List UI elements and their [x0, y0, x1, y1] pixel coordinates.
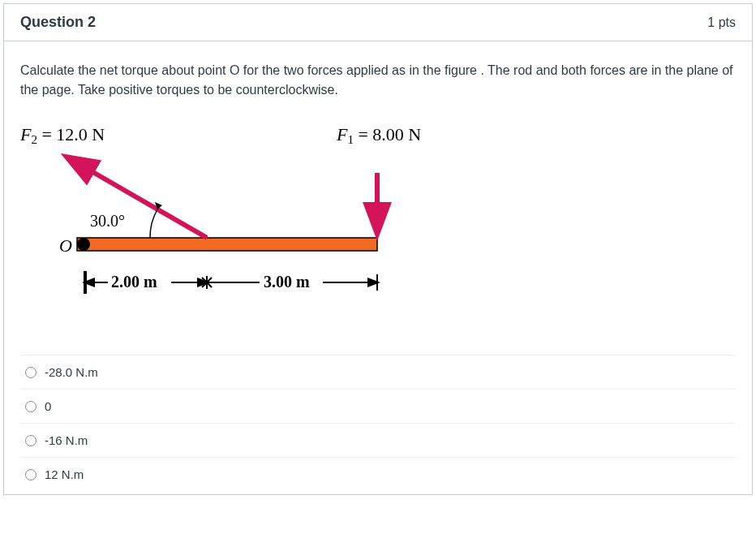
force-f2-label: F2 = 12.0 N	[20, 124, 105, 146]
answer-option[interactable]: 12 N.m	[20, 458, 736, 486]
angle-arc	[150, 209, 157, 238]
answer-option[interactable]: 0	[20, 390, 736, 424]
radio-icon	[25, 367, 37, 378]
question-points: 1 pts	[707, 15, 736, 30]
radio-icon	[25, 435, 37, 446]
radio-icon	[25, 469, 37, 480]
diagram-svg: O F2 = 12.0 N	[20, 116, 523, 327]
question-title: Question 2	[20, 14, 96, 31]
question-card: Question 2 1 pts Calculate the net torqu…	[3, 3, 753, 495]
pivot-dot	[77, 238, 90, 251]
figure: O F2 = 12.0 N	[20, 116, 736, 330]
answer-label: 12 N.m	[45, 467, 84, 481]
radio-icon	[25, 401, 37, 412]
answer-list: -28.0 N.m 0 -16 N.m 12 N.m	[20, 355, 736, 486]
question-header: Question 2 1 pts	[4, 4, 752, 41]
dim-2-label-text: 3.00 m	[264, 273, 310, 291]
rod	[77, 238, 377, 251]
question-body: Calculate the net torque about point O f…	[4, 41, 752, 494]
answer-option[interactable]: -28.0 N.m	[20, 355, 736, 390]
answer-label: -28.0 N.m	[45, 365, 98, 379]
origin-label: O	[59, 235, 72, 256]
force-f1-label: F1 = 8.00 N	[336, 124, 421, 146]
answer-option[interactable]: -16 N.m	[20, 424, 736, 458]
question-prompt: Calculate the net torque about point O f…	[20, 61, 736, 100]
answer-label: 0	[45, 399, 51, 413]
angle-label: 30.0°	[90, 212, 125, 230]
answer-label: -16 N.m	[45, 433, 88, 447]
dim-1-label-text: 2.00 m	[111, 273, 157, 291]
